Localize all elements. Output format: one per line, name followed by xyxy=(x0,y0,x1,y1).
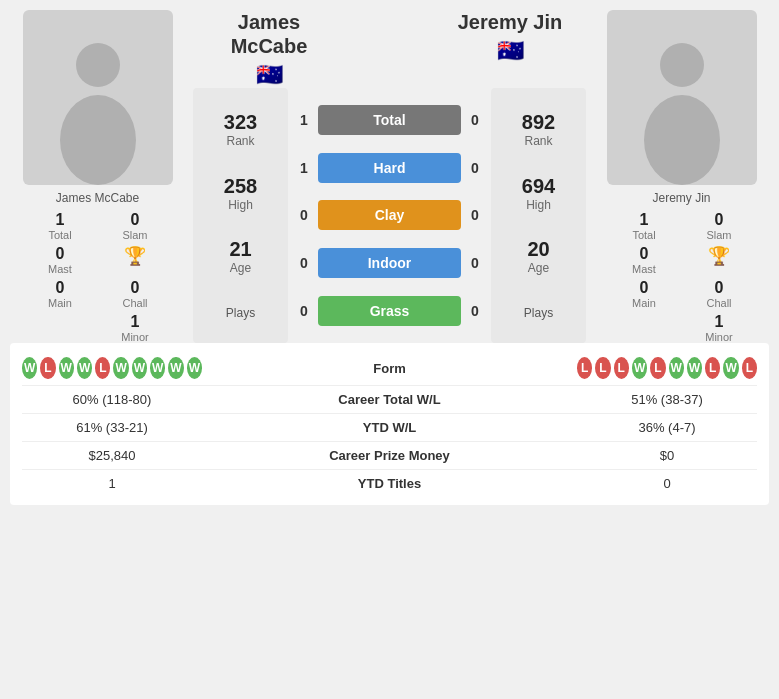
right-form-badge-l: L xyxy=(650,357,665,379)
left-slam-label: Slam xyxy=(103,229,168,241)
total-button[interactable]: Total xyxy=(318,105,461,135)
clay-right-score: 0 xyxy=(465,207,485,223)
ytd-wl-row: 61% (33-21) YTD W/L 36% (4-7) xyxy=(22,414,757,442)
ytd-titles-row: 1 YTD Titles 0 xyxy=(22,470,757,497)
right-main-label: Main xyxy=(612,297,677,309)
right-chall-label: Chall xyxy=(687,297,752,309)
middle-content: 323 Rank 258 High 21 Age Plays xyxy=(189,88,590,343)
right-form-badge-l: L xyxy=(742,357,757,379)
right-player-card: Jeremy Jin 1 Total 0 Slam 0 Mast 🏆 xyxy=(594,10,769,343)
right-age-item: 20 Age xyxy=(499,238,578,275)
right-main-cell: 0 Main xyxy=(612,279,677,309)
career-wl-label: Career Total W/L xyxy=(202,392,577,407)
right-flag: 🇦🇺 xyxy=(440,38,580,64)
left-form-badge-w: W xyxy=(59,357,74,379)
left-prize: $25,840 xyxy=(22,448,202,463)
right-plays-lbl: Plays xyxy=(499,306,578,320)
left-player-name-label: James McCabe xyxy=(56,191,139,205)
left-mast-value: 0 xyxy=(28,245,93,263)
left-main-label: Main xyxy=(28,297,93,309)
left-form-badge-w: W xyxy=(77,357,92,379)
right-form-badge-l: L xyxy=(577,357,592,379)
left-minor-empty xyxy=(28,313,93,343)
left-age-num: 21 xyxy=(201,238,280,261)
left-high-num: 258 xyxy=(201,175,280,198)
left-flag: 🇦🇺 xyxy=(199,62,339,88)
right-total-cell: 1 Total xyxy=(612,211,677,241)
left-total-value: 1 xyxy=(28,211,93,229)
left-form-badge-w: W xyxy=(113,357,128,379)
right-high-num: 694 xyxy=(499,175,578,198)
left-stats-grid: 1 Total 0 Slam 0 Mast 🏆 0 Main xyxy=(28,211,168,343)
left-player-card: James McCabe 1 Total 0 Slam 0 Mast 🏆 xyxy=(10,10,185,343)
surface-buttons-col: 1 Total 0 1 Hard 0 0 Clay 0 xyxy=(294,88,485,343)
right-mast-label: Mast xyxy=(612,263,677,275)
prize-row: $25,840 Career Prize Money $0 xyxy=(22,442,757,470)
svg-point-2 xyxy=(660,43,704,87)
left-main-value: 0 xyxy=(28,279,93,297)
left-total-cell: 1 Total xyxy=(28,211,93,241)
left-age-lbl: Age xyxy=(201,261,280,275)
left-trophy-icon: 🏆 xyxy=(103,245,168,267)
hard-button[interactable]: Hard xyxy=(318,153,461,183)
clay-button[interactable]: Clay xyxy=(318,200,461,230)
right-player-avatar xyxy=(607,10,757,185)
left-player-avatar xyxy=(23,10,173,185)
right-minor-cell: 1 Minor xyxy=(687,313,752,343)
right-form-badge-l: L xyxy=(705,357,720,379)
left-name-flag: James McCabe 🇦🇺 xyxy=(199,10,339,88)
right-slam-cell: 0 Slam xyxy=(687,211,752,241)
left-slam-value: 0 xyxy=(103,211,168,229)
right-rank-item: 892 Rank xyxy=(499,111,578,148)
indoor-left-score: 0 xyxy=(294,255,314,271)
right-form-badge-w: W xyxy=(723,357,738,379)
grass-button[interactable]: Grass xyxy=(318,296,461,326)
left-rank-lbl: Rank xyxy=(201,134,280,148)
right-minor-value: 1 xyxy=(687,313,752,331)
right-high-item: 694 High xyxy=(499,175,578,212)
grass-left-score: 0 xyxy=(294,303,314,319)
right-form-badge-w: W xyxy=(632,357,647,379)
right-player-name-label: Jeremy Jin xyxy=(652,191,710,205)
right-mast-cell: 0 Mast xyxy=(612,245,677,275)
right-trophy-icon: 🏆 xyxy=(687,245,752,267)
left-high-item: 258 High xyxy=(201,175,280,212)
right-plays-item: Plays xyxy=(499,302,578,320)
left-form-badge-w: W xyxy=(187,357,202,379)
left-form-badge-l: L xyxy=(40,357,55,379)
right-stats-grid: 1 Total 0 Slam 0 Mast 🏆 0 Main xyxy=(612,211,752,343)
right-career-wl: 51% (38-37) xyxy=(577,392,757,407)
right-minor-empty xyxy=(612,313,677,343)
left-main-cell: 0 Main xyxy=(28,279,93,309)
left-ytd-wl: 61% (33-21) xyxy=(22,420,202,435)
svg-point-3 xyxy=(644,95,720,185)
right-rank-panel: 892 Rank 694 High 20 Age Plays xyxy=(491,88,586,343)
main-container: James McCabe 1 Total 0 Slam 0 Mast 🏆 xyxy=(0,0,779,521)
right-center-name: Jeremy Jin xyxy=(440,10,580,34)
form-label: Form xyxy=(202,361,577,376)
surface-row-hard: 1 Hard 0 xyxy=(294,153,485,183)
right-age-lbl: Age xyxy=(499,261,578,275)
svg-point-0 xyxy=(76,43,120,87)
right-rank-lbl: Rank xyxy=(499,134,578,148)
total-left-score: 1 xyxy=(294,112,314,128)
left-ytd-titles: 1 xyxy=(22,476,202,491)
left-minor-value: 1 xyxy=(103,313,168,331)
indoor-button[interactable]: Indoor xyxy=(318,248,461,278)
form-row: WLWWLWWWWW Form LLLWLWWLWL xyxy=(22,351,757,386)
right-trophy-cell: 🏆 xyxy=(687,245,752,275)
left-rank-num: 323 xyxy=(201,111,280,134)
right-ytd-wl: 36% (4-7) xyxy=(577,420,757,435)
indoor-right-score: 0 xyxy=(465,255,485,271)
left-form-badge-l: L xyxy=(95,357,110,379)
right-age-num: 20 xyxy=(499,238,578,261)
left-center-name: James McCabe xyxy=(199,10,339,58)
left-career-wl: 60% (118-80) xyxy=(22,392,202,407)
right-mast-value: 0 xyxy=(612,245,677,263)
ytd-titles-label: YTD Titles xyxy=(202,476,577,491)
left-minor-cell: 1 Minor xyxy=(103,313,168,343)
surface-row-indoor: 0 Indoor 0 xyxy=(294,248,485,278)
left-mast-cell: 0 Mast xyxy=(28,245,93,275)
right-name-flag: Jeremy Jin 🇦🇺 xyxy=(440,10,580,64)
right-chall-value: 0 xyxy=(687,279,752,297)
